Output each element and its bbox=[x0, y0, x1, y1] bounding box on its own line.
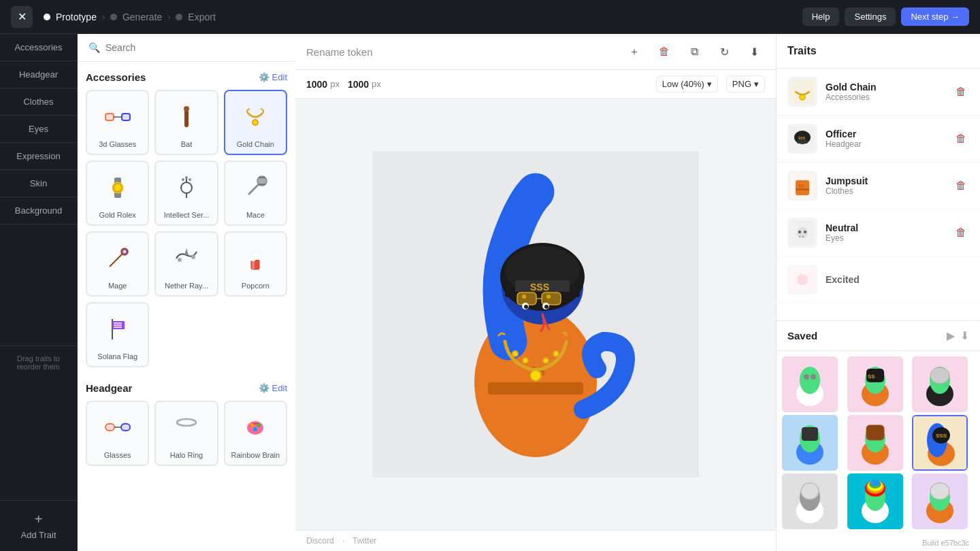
search-icon: 🔍 bbox=[88, 42, 100, 53]
trait-card-bat[interactable]: Bat bbox=[154, 90, 218, 155]
format-select[interactable]: PNG ▾ bbox=[726, 76, 765, 93]
drag-hint: Drag traits to reorder them bbox=[0, 346, 77, 379]
saved-video-button[interactable]: ▶ bbox=[947, 329, 955, 342]
trait-card-glasses2[interactable]: Glasses bbox=[86, 401, 149, 466]
saved-thumb-2[interactable]: SS bbox=[847, 356, 903, 412]
delete-gold-chain[interactable]: 🗑 bbox=[953, 83, 969, 101]
sidebar-item-accessories[interactable]: Accessories bbox=[0, 34, 77, 61]
twitter-link[interactable]: Twitter bbox=[353, 536, 376, 546]
saved-thumb-7[interactable] bbox=[782, 473, 838, 529]
svg-rect-106 bbox=[866, 425, 884, 440]
svg-point-86 bbox=[800, 367, 820, 394]
breadcrumb-export[interactable]: Export bbox=[176, 12, 215, 22]
trait-panel: 🔍 Accessories ⚙️ Edit bbox=[78, 34, 295, 551]
svg-rect-35 bbox=[105, 424, 114, 431]
svg-rect-36 bbox=[121, 424, 130, 431]
trait-card-gold-rolex[interactable]: Gold Rolex bbox=[86, 161, 149, 226]
refresh-token-button[interactable]: ↻ bbox=[713, 41, 735, 63]
sidebar-item-headgear[interactable]: Headgear bbox=[0, 61, 77, 88]
saved-thumb-6[interactable]: SSS bbox=[912, 415, 968, 471]
headgear-edit-label: Edit bbox=[272, 383, 287, 393]
height-value[interactable]: 1000 bbox=[348, 79, 369, 90]
add-token-button[interactable]: ＋ bbox=[623, 41, 645, 63]
svg-point-8 bbox=[114, 184, 121, 191]
trait-label-gold-rolex: Gold Rolex bbox=[93, 211, 142, 219]
delete-officer[interactable]: 🗑 bbox=[953, 130, 969, 148]
trait-img-popcorn bbox=[235, 238, 276, 279]
saved-thumb-4[interactable] bbox=[782, 415, 838, 471]
svg-point-79 bbox=[798, 231, 801, 233]
trait-name-officer: Officer bbox=[826, 129, 945, 139]
download-token-button[interactable]: ⬇ bbox=[743, 41, 765, 63]
accessories-edit-button[interactable]: ⚙️ Edit bbox=[259, 72, 287, 82]
sidebar-item-background[interactable]: Background bbox=[0, 197, 77, 224]
build-info: Build e57bc3c bbox=[777, 535, 980, 551]
trait-img-mage bbox=[97, 238, 138, 279]
saved-thumb-3[interactable] bbox=[912, 356, 968, 412]
svg-rect-102 bbox=[802, 427, 818, 441]
trait-card-3d-glasses[interactable]: 3d Glasses bbox=[86, 90, 149, 155]
width-unit: px bbox=[330, 79, 340, 89]
next-step-button[interactable]: Next step → bbox=[901, 7, 969, 26]
trait-card-mage[interactable]: Mage bbox=[86, 231, 149, 297]
generate-label: Generate bbox=[122, 12, 162, 22]
trait-thumb-excited bbox=[787, 265, 817, 295]
trait-info-neutral: Neutral Eyes bbox=[826, 222, 945, 243]
trait-card-gold-chain[interactable]: Gold Chain bbox=[224, 90, 287, 155]
close-button[interactable]: ✕ bbox=[11, 6, 33, 28]
canvas-image: SS bbox=[372, 151, 699, 478]
trait-row-neutral: • • Neutral Eyes 🗑 bbox=[777, 210, 980, 256]
svg-rect-75 bbox=[796, 188, 809, 190]
saved-download-button[interactable]: ⬇ bbox=[960, 329, 969, 342]
sidebar-item-expression[interactable]: Expression bbox=[0, 143, 77, 170]
delete-jumpsuit[interactable]: 🗑 bbox=[953, 177, 969, 195]
saved-thumb-9[interactable] bbox=[912, 473, 968, 529]
add-trait-label: Add Trait bbox=[20, 530, 56, 540]
trait-card-popcorn[interactable]: Popcorn bbox=[224, 231, 287, 297]
trait-info-jumpsuit: Jumpsuit Clothes bbox=[826, 176, 945, 196]
discord-link[interactable]: Discord bbox=[306, 536, 334, 546]
width-value[interactable]: 1000 bbox=[306, 79, 327, 90]
svg-point-38 bbox=[177, 419, 196, 426]
accessories-edit-label: Edit bbox=[272, 72, 287, 82]
help-button[interactable]: Help bbox=[802, 7, 840, 26]
duplicate-token-button[interactable]: ⧉ bbox=[683, 41, 705, 63]
traits-list: Gold Chain Accessories 🗑 SSS Officer bbox=[777, 69, 980, 320]
trait-card-brain[interactable]: Rainbow Brain bbox=[224, 401, 287, 466]
gear-icon: ⚙️ bbox=[259, 72, 270, 82]
trait-img-glasses2 bbox=[97, 407, 138, 448]
svg-point-24 bbox=[191, 255, 195, 259]
saved-thumb-5[interactable] bbox=[847, 415, 903, 471]
settings-button[interactable]: Settings bbox=[845, 7, 896, 26]
svg-rect-71 bbox=[797, 140, 808, 144]
trait-row-officer: SSS Officer Headgear 🗑 bbox=[777, 116, 980, 163]
quality-select[interactable]: Low (40%) ▾ bbox=[656, 76, 718, 93]
sidebar-item-eyes[interactable]: Eyes bbox=[0, 116, 77, 143]
svg-point-9 bbox=[181, 182, 192, 193]
trait-img-halo bbox=[166, 407, 207, 448]
delete-neutral[interactable]: 🗑 bbox=[953, 224, 969, 241]
breadcrumb: Prototype › Generate › Export bbox=[44, 12, 802, 22]
search-input[interactable] bbox=[105, 42, 284, 53]
add-trait-button[interactable]: + Add Trait bbox=[0, 500, 77, 551]
canvas-title[interactable]: Rename token bbox=[306, 46, 615, 58]
sidebar-item-skin[interactable]: Skin bbox=[0, 170, 77, 197]
trait-card-solana-flag[interactable]: Solana Flag bbox=[86, 302, 149, 367]
headgear-gear-icon: ⚙️ bbox=[259, 383, 270, 393]
sidebar-item-clothes[interactable]: Clothes bbox=[0, 88, 77, 116]
trait-card-mace[interactable]: Mace bbox=[224, 161, 287, 226]
breadcrumb-prototype[interactable]: Prototype bbox=[44, 12, 97, 22]
headgear-edit-button[interactable]: ⚙️ Edit bbox=[259, 383, 287, 393]
trait-label-mage: Mage bbox=[93, 282, 142, 290]
accessories-section-header: Accessories ⚙️ Edit bbox=[86, 62, 287, 90]
delete-token-button[interactable]: 🗑 bbox=[653, 41, 675, 63]
trait-card-halo[interactable]: Halo Ring bbox=[154, 401, 218, 466]
trait-label-halo: Halo Ring bbox=[161, 451, 211, 459]
saved-thumb-1[interactable] bbox=[782, 356, 838, 412]
svg-point-12 bbox=[185, 176, 188, 179]
saved-thumb-8[interactable] bbox=[847, 473, 903, 529]
breadcrumb-generate[interactable]: Generate bbox=[110, 12, 162, 22]
trait-card-intellect[interactable]: Intellect Ser... bbox=[154, 161, 218, 226]
svg-point-4 bbox=[184, 106, 189, 112]
trait-card-nether[interactable]: Nether Ray... bbox=[154, 231, 218, 297]
